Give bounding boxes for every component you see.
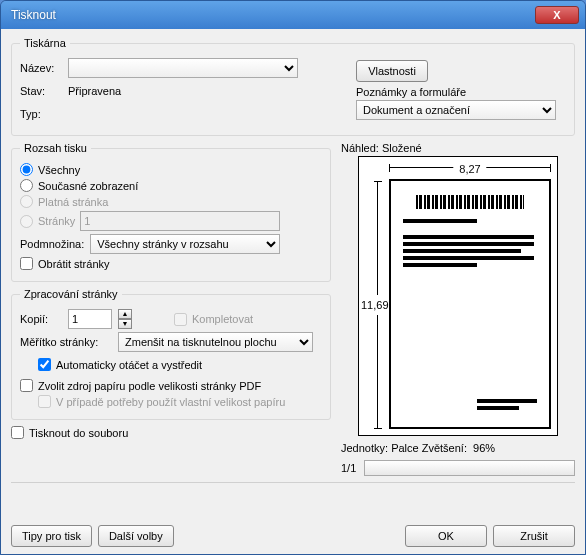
copies-down[interactable]: ▼ bbox=[118, 319, 132, 329]
reverse-pages-check[interactable]: Obrátit stránky bbox=[20, 257, 322, 270]
copies-up[interactable]: ▲ bbox=[118, 309, 132, 319]
copies-spinner[interactable]: ▲ ▼ bbox=[118, 309, 132, 329]
print-to-file-check[interactable]: Tisknout do souboru bbox=[11, 426, 331, 439]
range-current-page-input bbox=[20, 195, 33, 208]
separator bbox=[11, 482, 575, 483]
subset-select[interactable]: Všechny stránky v rozsahu bbox=[90, 234, 280, 254]
barcode-icon bbox=[416, 195, 523, 209]
printer-legend: Tiskárna bbox=[20, 37, 70, 49]
page-handling-legend: Zpracování stránky bbox=[20, 288, 122, 300]
preview-height: 11,69 bbox=[361, 295, 389, 315]
print-range-legend: Rozsah tisku bbox=[20, 142, 91, 154]
printer-status-value: Připravena bbox=[68, 85, 121, 97]
range-current-view-input[interactable] bbox=[20, 179, 33, 192]
auto-rotate-input[interactable] bbox=[38, 358, 51, 371]
printer-status-label: Stav: bbox=[20, 85, 62, 97]
close-icon: X bbox=[553, 9, 560, 21]
properties-button[interactable]: Vlastnosti bbox=[356, 60, 428, 82]
preview-label: Náhled: Složené bbox=[341, 142, 575, 154]
page-handling-group: Zpracování stránky Kopií: ▲ ▼ Kompletova… bbox=[11, 288, 331, 420]
copies-field[interactable] bbox=[68, 309, 112, 329]
print-preview: 8,27 11,69 bbox=[358, 156, 558, 436]
scaling-select[interactable]: Zmenšit na tisknutelnou plochu bbox=[118, 332, 313, 352]
printer-type-label: Typ: bbox=[20, 108, 62, 120]
printer-group: Tiskárna Název: Stav: Připravena Typ: bbox=[11, 37, 575, 136]
scaling-label: Měřítko stránky: bbox=[20, 336, 112, 348]
print-range-group: Rozsah tisku Všechny Současné zobrazení … bbox=[11, 142, 331, 282]
zoom-value: 96% bbox=[473, 442, 495, 454]
client-area: Tiskárna Název: Stav: Připravena Typ: bbox=[1, 29, 585, 555]
reverse-pages-input[interactable] bbox=[20, 257, 33, 270]
range-all-radio[interactable]: Všechny bbox=[20, 163, 322, 176]
range-pages-field bbox=[80, 211, 280, 231]
window-title: Tisknout bbox=[11, 8, 535, 22]
printer-name-select[interactable] bbox=[68, 58, 298, 78]
printer-name-label: Název: bbox=[20, 62, 62, 74]
printing-tips-button[interactable]: Tipy pro tisk bbox=[11, 525, 92, 547]
units-label: Jednotky: Palce Zvětšení: bbox=[341, 442, 467, 454]
collate-check: Kompletovat bbox=[174, 313, 253, 326]
preview-width: 8,27 bbox=[453, 163, 486, 175]
comments-forms-label: Poznámky a formuláře bbox=[356, 86, 566, 98]
ok-button[interactable]: OK bbox=[405, 525, 487, 547]
page-counter: 1/1 bbox=[341, 462, 356, 474]
bottom-bar: Tipy pro tisk Další volby OK Zrušit bbox=[11, 525, 575, 547]
range-pages-label: Stránky bbox=[38, 215, 75, 227]
paper-source-input[interactable] bbox=[20, 379, 33, 392]
copies-label: Kopií: bbox=[20, 313, 62, 325]
page-slider[interactable] bbox=[364, 460, 575, 476]
comments-forms-select[interactable]: Dokument a označení bbox=[356, 100, 556, 120]
advanced-button[interactable]: Další volby bbox=[98, 525, 174, 547]
print-to-file-input[interactable] bbox=[11, 426, 24, 439]
range-current-view-radio[interactable]: Současné zobrazení bbox=[20, 179, 322, 192]
custom-size-input bbox=[38, 395, 51, 408]
collate-input bbox=[174, 313, 187, 326]
print-dialog: Tisknout X Tiskárna Název: Stav: P bbox=[0, 0, 586, 555]
auto-rotate-check[interactable]: Automaticky otáčet a vystředit bbox=[38, 358, 322, 371]
cancel-button[interactable]: Zrušit bbox=[493, 525, 575, 547]
paper-source-check[interactable]: Zvolit zdroj papíru podle velikosti strá… bbox=[20, 379, 322, 392]
range-current-page-radio: Platná stránka bbox=[20, 195, 322, 208]
titlebar[interactable]: Tisknout X bbox=[1, 1, 585, 29]
subset-label: Podmnožina: bbox=[20, 238, 84, 250]
close-button[interactable]: X bbox=[535, 6, 579, 24]
preview-page bbox=[389, 179, 551, 429]
range-all-input[interactable] bbox=[20, 163, 33, 176]
custom-size-check: V případě potřeby použít vlastní velikos… bbox=[38, 395, 322, 408]
range-pages-input bbox=[20, 215, 33, 228]
